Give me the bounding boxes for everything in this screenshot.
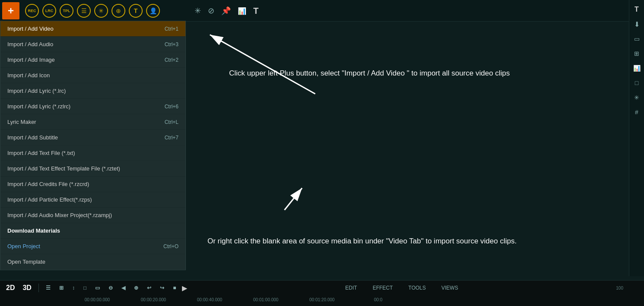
- svg-line-2: [284, 188, 302, 210]
- time-mark-4: 00:01:20.000: [294, 297, 350, 302]
- rec-icon[interactable]: REC: [25, 4, 39, 18]
- timeline-time-ruler: 00:00:00.000 00:00:20.000 00:00:40.000 0…: [0, 295, 644, 304]
- list-icon[interactable]: ☰: [77, 4, 91, 18]
- plus-button[interactable]: +: [2, 2, 19, 19]
- bottom-timeline: 2D 3D ☰ ⊞ ↕ □ ▭ ⊖ ◀ ⊕ ↩ ↪ ■ ▶ EDIT EFFEC…: [0, 280, 644, 306]
- menu-item-import-icon[interactable]: Import / Add Icon: [0, 68, 185, 83]
- timeline-toolbar: 2D 3D ☰ ⊞ ↕ □ ▭ ⊖ ◀ ⊕ ↩ ↪ ■ ▶ EDIT EFFEC…: [0, 281, 644, 295]
- right-panel-download-icon[interactable]: ⬇: [631, 18, 643, 30]
- timeline-2d-btn[interactable]: 2D: [3, 283, 17, 293]
- timeline-tabs: EDIT EFFECT TOOLS VIEWS: [342, 284, 462, 292]
- tab-views[interactable]: VIEWS: [438, 284, 462, 292]
- text-format-icon[interactable]: T: [129, 4, 143, 18]
- tpl-icon[interactable]: TPL: [60, 4, 73, 18]
- menu-item-import-video[interactable]: Import / Add Video Ctrl+1: [0, 21, 185, 37]
- menu-item-import-particle[interactable]: Import / Add Particle Effect(*.rzps): [0, 192, 185, 208]
- right-panel-hash-icon[interactable]: #: [631, 106, 643, 118]
- time-mark-3: 00:01:00.000: [238, 297, 294, 302]
- timeline-list-icon[interactable]: ☰: [43, 284, 53, 292]
- timeline-stop-icon[interactable]: ■: [170, 284, 179, 292]
- lrc-icon[interactable]: LRC: [42, 4, 56, 18]
- snowflake-icon[interactable]: ✳: [94, 4, 108, 18]
- top-toolbar: + REC LRC TPL ☰ ✳ ⊕ T 👤 ✳ ⊘ 📌 📊 T: [0, 0, 644, 22]
- menu-item-lyric-maker[interactable]: Lyric Maker Ctrl+L: [0, 114, 185, 130]
- menu-item-import-lyric-lrc[interactable]: Import / Add Lyric (*.lrc): [0, 83, 185, 99]
- time-mark-0: 00:00:00.000: [69, 297, 125, 302]
- menu-item-import-audio[interactable]: Import / Add Audio Ctrl+3: [0, 37, 185, 52]
- timeline-grid-icon[interactable]: ⊞: [57, 284, 66, 292]
- text-icon[interactable]: T: [253, 6, 258, 16]
- annotation-lower: Or right click the blank area of source …: [207, 237, 616, 246]
- menu-item-open-project[interactable]: Open Project Ctrl+O: [0, 239, 185, 254]
- timeline-square-icon[interactable]: □: [81, 284, 89, 292]
- annotation-area: Click upper left Plus button, select "Im…: [186, 22, 629, 280]
- right-panel-square-icon[interactable]: ▭: [631, 33, 643, 45]
- timeline-plus-icon[interactable]: ⊕: [131, 284, 141, 292]
- menu-item-import-lyric-rzlrc[interactable]: Import / Add Lyric (*.rzlrc) Ctrl+6: [0, 99, 185, 114]
- right-panel-chart-icon[interactable]: 📊: [631, 62, 643, 74]
- annotation-upper: Click upper left Plus button, select "Im…: [229, 69, 607, 78]
- annotation-text-upper: Click upper left Plus button, select "Im…: [229, 69, 607, 78]
- time-mark-2: 00:00:40.000: [182, 297, 238, 302]
- menu-item-import-subtitle[interactable]: Import / Add Subtitle Ctrl+7: [0, 130, 185, 145]
- annotation-text-lower: Or right click the blank area of source …: [207, 237, 616, 246]
- center-toolbar: ✳ ⊘ 📌 📊 T: [190, 0, 263, 22]
- menu-item-import-image[interactable]: Import / Add Image Ctrl+2: [0, 52, 185, 68]
- menu-item-import-text-effect[interactable]: Import / Add Text Effect Template File (…: [0, 161, 185, 177]
- timeline-redo-icon[interactable]: ↪: [157, 284, 167, 292]
- tab-effect[interactable]: EFFECT: [369, 284, 396, 292]
- tab-tools[interactable]: TOOLS: [405, 284, 429, 292]
- dropdown-menu: Import / Add Video Ctrl+1 Import / Add A…: [0, 21, 186, 270]
- right-panel-rect-icon[interactable]: □: [631, 77, 643, 89]
- menu-item-import-credits[interactable]: Import / Add Credits File (*.rzcrd): [0, 177, 185, 192]
- time-mark-1: 00:00:20.000: [125, 297, 182, 302]
- snowflake-center-icon[interactable]: ✳: [194, 6, 201, 16]
- pin-icon[interactable]: 📌: [221, 6, 231, 16]
- timeline-3d-btn[interactable]: 3D: [20, 283, 34, 293]
- user-icon[interactable]: 👤: [146, 4, 160, 18]
- right-panel-text-icon[interactable]: T: [631, 3, 643, 16]
- tab-edit[interactable]: EDIT: [342, 284, 360, 292]
- timeline-minus-icon[interactable]: ⊖: [106, 284, 115, 292]
- timeline-play-btn[interactable]: ▶: [182, 284, 187, 292]
- timeline-left-arrow-icon[interactable]: ◀: [119, 284, 128, 292]
- menu-item-download-materials[interactable]: Download Materials: [0, 223, 185, 239]
- timeline-controls: ☰ ⊞ ↕ □ ▭ ⊖ ◀ ⊕ ↩ ↪ ■ ▶: [43, 284, 188, 292]
- menu-item-import-text-file[interactable]: Import / Add Text File (*.txt): [0, 145, 185, 161]
- time-mark-5: 00:0: [350, 297, 406, 302]
- timeline-rect-icon[interactable]: ▭: [92, 284, 102, 292]
- timeline-separator-1: [38, 284, 39, 292]
- right-panel: T ⬇ ▭ ⊞ 📊 □ ✳ #: [629, 0, 644, 276]
- zoom-level: 100: [616, 286, 641, 290]
- svg-line-1: [210, 35, 316, 94]
- menu-item-open-template[interactable]: Open Template: [0, 254, 185, 270]
- menu-item-import-audio-mixer[interactable]: Import / Add Audio Mixer Project(*.rzamp…: [0, 208, 185, 223]
- right-panel-grid-icon[interactable]: ⊞: [631, 47, 643, 60]
- right-panel-asterisk-icon[interactable]: ✳: [631, 91, 643, 104]
- circle-slash-icon[interactable]: ⊘: [208, 6, 214, 16]
- toolbar-icons: REC LRC TPL ☰ ✳ ⊕ T 👤: [22, 4, 163, 18]
- timeline-arrow-icon[interactable]: ↕: [70, 284, 77, 292]
- timeline-undo-icon[interactable]: ↩: [144, 284, 154, 292]
- bars-chart-icon[interactable]: 📊: [238, 7, 246, 15]
- settings-icon[interactable]: ⊕: [112, 4, 125, 18]
